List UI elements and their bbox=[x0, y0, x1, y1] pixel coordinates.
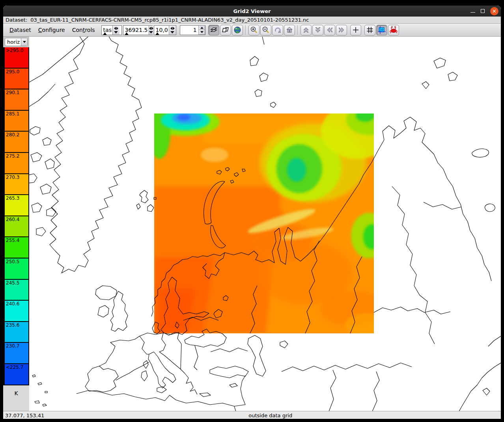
colorbar-swatch-label: 240.6 bbox=[6, 301, 19, 307]
colorbar-swatch-label: 230.7 bbox=[6, 343, 19, 349]
globe-icon bbox=[233, 26, 241, 34]
variable-spin-icon[interactable] bbox=[112, 26, 119, 35]
colorbar-swatch[interactable]: 290.1 bbox=[5, 89, 28, 110]
zoom-reset-button[interactable] bbox=[272, 25, 283, 35]
home-button[interactable] bbox=[284, 25, 295, 35]
menu-configure[interactable]: Configure bbox=[35, 25, 68, 35]
zoom-reset-icon bbox=[274, 26, 282, 34]
pan-down-icon bbox=[314, 26, 322, 34]
colorbar-swatch[interactable]: 260.4 bbox=[5, 216, 28, 237]
colorbar-swatch-label: 235.6 bbox=[6, 322, 19, 328]
colorbar-swatch-label: 245.5 bbox=[6, 280, 19, 286]
close-icon[interactable]: ✕ bbox=[490, 7, 498, 15]
status-message: outside data grid bbox=[248, 413, 292, 418]
colorbar-swatch[interactable]: 275.2 bbox=[5, 153, 28, 173]
colorbar-sidebar: horiz >295.0295.0290.1285.1280.2275.2270… bbox=[3, 37, 29, 411]
minimize-icon[interactable] bbox=[470, 12, 475, 13]
zoom-out-icon bbox=[262, 26, 270, 34]
menu-dataset[interactable]: Dataset bbox=[6, 25, 34, 35]
grid-toggle-icon bbox=[366, 26, 374, 34]
probe-tool-icon bbox=[377, 26, 386, 34]
home-icon bbox=[286, 26, 293, 34]
frame-value: 1 bbox=[180, 26, 198, 35]
app-window: Grid2 Viewer ✕ Dataset: 03_tas_EUR-11_CN… bbox=[3, 6, 501, 419]
zoom-in-button[interactable] bbox=[248, 25, 259, 35]
colorbar-swatch-label: <225.7 bbox=[6, 364, 23, 370]
zoom-out-button[interactable] bbox=[260, 25, 271, 35]
overlay-frames-button[interactable] bbox=[220, 25, 231, 35]
pan-right-icon bbox=[338, 26, 345, 34]
window-title: Grid2 Viewer bbox=[3, 8, 501, 14]
crab-icon bbox=[389, 26, 398, 34]
maximize-icon[interactable] bbox=[481, 9, 485, 13]
menu-controls[interactable]: Controls bbox=[69, 25, 98, 35]
dataset-filename: 03_tas_EUR-11_CNRM-CERFACS-CNRM-CM5_rcp8… bbox=[30, 17, 309, 23]
colorbar-swatch[interactable]: 235.6 bbox=[5, 322, 28, 342]
colorbar-swatch[interactable]: >295.0 bbox=[5, 47, 28, 68]
toolbar-separator bbox=[245, 25, 246, 35]
dataset-bar: Dataset: 03_tas_EUR-11_CNRM-CERFACS-CNRM… bbox=[3, 17, 501, 24]
add-icon bbox=[352, 26, 360, 34]
view-selector-value: horiz bbox=[5, 39, 21, 45]
pan-left-button[interactable] bbox=[324, 25, 335, 35]
crab-button[interactable] bbox=[388, 25, 399, 35]
pan-right-button[interactable] bbox=[336, 25, 347, 35]
colorbar-swatch[interactable]: 230.7 bbox=[5, 343, 28, 363]
colorbar-swatch[interactable]: 280.2 bbox=[5, 132, 28, 152]
colorbar-swatch[interactable]: 250.5 bbox=[5, 258, 28, 279]
colorbar-units: K bbox=[3, 385, 29, 412]
time-stepper[interactable]: 36921.5 bbox=[123, 25, 153, 35]
overlay-frames-icon bbox=[222, 26, 230, 34]
map-view[interactable] bbox=[29, 37, 501, 411]
variable-marker-icon bbox=[103, 32, 107, 35]
add-button[interactable] bbox=[350, 25, 361, 35]
colorbar-swatch[interactable]: <225.7 bbox=[5, 364, 28, 385]
dataset-label: Dataset: bbox=[6, 17, 27, 23]
colorbar-swatch-label: 290.1 bbox=[6, 90, 19, 95]
title-bar[interactable]: Grid2 Viewer ✕ bbox=[3, 6, 501, 17]
plot-stack-button[interactable] bbox=[208, 25, 219, 35]
pan-up-button[interactable] bbox=[301, 25, 312, 35]
colorbar-swatch-label: 255.4 bbox=[6, 238, 19, 243]
pan-left-icon bbox=[326, 26, 334, 34]
colorbar-swatch-label: 260.4 bbox=[6, 217, 19, 222]
colorbar-swatch[interactable]: 255.4 bbox=[5, 237, 28, 258]
toolbar-separator bbox=[297, 25, 298, 35]
time-spin-icon[interactable] bbox=[149, 26, 153, 35]
colorbar-swatch-label: 250.5 bbox=[6, 259, 19, 264]
colorbar-swatch[interactable]: 245.5 bbox=[5, 280, 28, 300]
plot-stack-icon bbox=[210, 26, 218, 34]
colorbar-swatch[interactable]: 295.0 bbox=[5, 69, 28, 89]
colorbar-swatch-label: 275.2 bbox=[6, 153, 19, 159]
level-spin-icon[interactable] bbox=[169, 26, 176, 35]
frame-spinner[interactable]: 1 bbox=[180, 25, 205, 35]
level-marker-icon bbox=[155, 32, 159, 35]
colorbar-swatch-label: 285.1 bbox=[6, 111, 19, 117]
zoom-in-icon bbox=[250, 26, 258, 34]
spinner-up-icon[interactable] bbox=[199, 26, 205, 30]
view-selector[interactable]: horiz bbox=[5, 38, 28, 46]
colorbar-swatch[interactable]: 265.3 bbox=[5, 195, 28, 216]
colorbar-swatch[interactable]: 285.1 bbox=[5, 111, 28, 131]
map-canvas[interactable] bbox=[29, 37, 501, 411]
globe-button[interactable] bbox=[232, 25, 243, 35]
colorbar-swatch-label: >295.0 bbox=[6, 48, 23, 53]
spinner-down-icon[interactable] bbox=[199, 30, 205, 35]
variable-stepper[interactable]: tas bbox=[101, 25, 122, 35]
colorbar-swatch-label: 265.3 bbox=[6, 195, 19, 201]
pan-up-icon bbox=[302, 26, 310, 34]
chevron-down-icon[interactable] bbox=[21, 38, 27, 46]
colorbar-swatch-label: 295.0 bbox=[6, 69, 19, 74]
time-marker-icon bbox=[125, 32, 129, 35]
pan-down-button[interactable] bbox=[312, 25, 323, 35]
probe-tool-button[interactable] bbox=[376, 25, 387, 35]
colorbar-swatch-label: 270.3 bbox=[6, 175, 19, 180]
colorbar[interactable]: >295.0295.0290.1285.1280.2275.2270.3265.… bbox=[3, 47, 29, 385]
grid-toggle-button[interactable] bbox=[364, 25, 375, 35]
status-bar: 37.077, 153.41 outside data grid bbox=[3, 411, 501, 419]
toolbar: Dataset Configure Controls tas 36921.5 1… bbox=[3, 24, 501, 37]
colorbar-swatch-label: 280.2 bbox=[6, 132, 19, 138]
colorbar-swatch[interactable]: 270.3 bbox=[5, 174, 28, 195]
level-stepper[interactable]: 10,0 bbox=[154, 25, 176, 35]
colorbar-swatch[interactable]: 240.6 bbox=[5, 301, 28, 321]
